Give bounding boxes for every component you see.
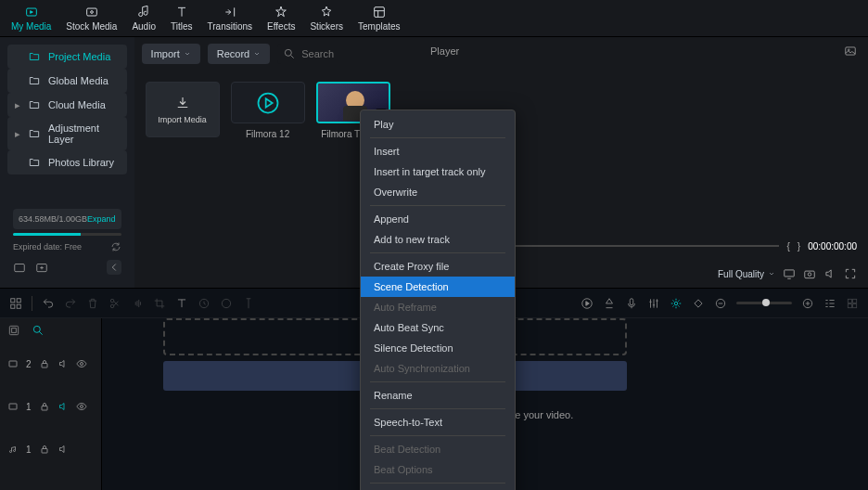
record-button[interactable]: Record bbox=[208, 44, 270, 64]
brace-left[interactable]: { bbox=[786, 241, 789, 251]
sidebar-item-project-media[interactable]: Project Media bbox=[7, 45, 127, 69]
nav-effects[interactable]: Effects bbox=[267, 5, 295, 32]
track-head-0[interactable]: 2 bbox=[0, 342, 101, 385]
volume-icon[interactable] bbox=[823, 267, 836, 280]
svg-point-41 bbox=[80, 406, 83, 408]
video-track-icon bbox=[7, 401, 19, 412]
sidebar-item-adjustment-layer[interactable]: ▸Adjustment Layer bbox=[7, 117, 127, 150]
fullscreen-icon[interactable] bbox=[844, 267, 857, 280]
sidebar-item-global-media[interactable]: Global Media bbox=[7, 69, 127, 93]
text-icon[interactable] bbox=[175, 297, 188, 310]
ctx-overwrite[interactable]: Overwrite bbox=[361, 182, 515, 202]
timeline-mode-2-icon[interactable] bbox=[32, 324, 45, 337]
zoom-in-icon[interactable] bbox=[801, 297, 814, 310]
nav-media[interactable]: My Media bbox=[11, 5, 51, 32]
refresh-icon[interactable] bbox=[110, 241, 121, 252]
svg-rect-19 bbox=[17, 304, 20, 308]
ctx-auto-beat-sync[interactable]: Auto Beat Sync bbox=[361, 317, 515, 338]
mixer-icon[interactable] bbox=[647, 297, 660, 310]
track-head-1[interactable]: 1 bbox=[0, 385, 101, 428]
ctx-upload-to-filmora-workspace[interactable]: Upload to Filmora Workspace bbox=[361, 486, 515, 490]
nav-audio[interactable]: Audio bbox=[132, 5, 156, 32]
ctx-insert[interactable]: Insert bbox=[361, 141, 515, 161]
storage-info: 634.58MB/1.00GB Expand bbox=[13, 209, 121, 229]
mute-icon[interactable] bbox=[57, 358, 69, 369]
mute-icon[interactable] bbox=[57, 401, 69, 412]
timecode: 00:00:00:00 bbox=[808, 241, 857, 251]
svg-point-2 bbox=[91, 11, 94, 14]
nav-transitions[interactable]: Transitions bbox=[208, 5, 253, 32]
svg-point-26 bbox=[674, 302, 678, 305]
ctx-append[interactable]: Append bbox=[361, 209, 515, 229]
zoom-out-icon[interactable] bbox=[714, 297, 727, 310]
ctx-speech-to-text[interactable]: Speech-to-Text bbox=[361, 412, 515, 432]
sidebar-item-cloud-media[interactable]: ▸Cloud Media bbox=[7, 93, 127, 117]
lock-icon[interactable] bbox=[39, 358, 50, 369]
nav-stock[interactable]: Stock Media bbox=[66, 5, 117, 32]
eye-icon[interactable] bbox=[76, 358, 87, 369]
marker-icon[interactable] bbox=[242, 297, 255, 310]
ctx-rename[interactable]: Rename bbox=[361, 385, 515, 406]
snapshot-icon[interactable] bbox=[803, 267, 816, 280]
grid-view-icon[interactable] bbox=[846, 297, 859, 310]
brace-right[interactable]: } bbox=[798, 241, 800, 251]
music-icon bbox=[7, 444, 19, 455]
track-head-2[interactable]: 1 bbox=[0, 428, 101, 471]
expired-text: Expired date: Free bbox=[13, 242, 82, 251]
toolbox-icon[interactable] bbox=[9, 297, 22, 310]
thumb-1[interactable]: Filmora 12 bbox=[231, 82, 305, 139]
mark-in-icon[interactable] bbox=[603, 297, 616, 310]
new-folder-icon[interactable] bbox=[13, 261, 26, 274]
svg-rect-32 bbox=[848, 303, 851, 307]
folder-icon bbox=[28, 74, 41, 87]
ctx-add-to-new-track[interactable]: Add to new track bbox=[361, 229, 515, 250]
ctx-silence-detection[interactable]: Silence Detection bbox=[361, 338, 515, 358]
keyframe-icon[interactable] bbox=[692, 297, 705, 310]
add-folder-icon[interactable] bbox=[35, 261, 48, 274]
search-icon bbox=[283, 47, 296, 60]
ctx-scene-detection[interactable]: Scene Detection bbox=[361, 277, 515, 297]
ctx-play[interactable]: Play bbox=[361, 114, 515, 135]
nav-stickers[interactable]: Stickers bbox=[310, 5, 343, 32]
voice-icon[interactable] bbox=[625, 297, 638, 310]
split-icon[interactable] bbox=[108, 297, 121, 310]
search-input[interactable] bbox=[301, 48, 429, 59]
zoom-slider[interactable] bbox=[736, 302, 792, 304]
list-view-icon[interactable] bbox=[823, 297, 836, 310]
audio-icon[interactable] bbox=[131, 297, 144, 310]
ctx-beat-detection: Beat Detection bbox=[361, 439, 515, 459]
color-icon[interactable] bbox=[220, 297, 233, 310]
folder-icon bbox=[28, 156, 41, 169]
sidebar-item-photos-library[interactable]: Photos Library bbox=[7, 150, 127, 174]
undo-icon[interactable] bbox=[42, 297, 55, 310]
auto-icon[interactable] bbox=[670, 297, 683, 310]
quality-select[interactable]: Full Quality bbox=[718, 269, 775, 279]
svg-point-21 bbox=[110, 304, 114, 308]
lock-icon[interactable] bbox=[39, 444, 50, 455]
expand-link[interactable]: Expand bbox=[87, 214, 116, 224]
collapse-sidebar-button[interactable] bbox=[107, 260, 121, 275]
delete-icon[interactable] bbox=[86, 297, 99, 310]
svg-point-12 bbox=[848, 49, 849, 51]
ctx-insert-in-target-track-only[interactable]: Insert in target track only bbox=[361, 161, 515, 182]
redo-icon[interactable] bbox=[64, 297, 77, 310]
timeline-mode-1-icon[interactable] bbox=[7, 324, 20, 337]
import-button[interactable]: Import bbox=[142, 44, 200, 64]
top-nav: My MediaStock MediaAudioTitlesTransition… bbox=[0, 0, 868, 37]
svg-point-23 bbox=[222, 299, 230, 307]
picture-icon[interactable] bbox=[844, 45, 857, 58]
storage-text: 634.58MB/1.00GB bbox=[19, 214, 87, 224]
lock-icon[interactable] bbox=[39, 401, 50, 412]
svg-rect-36 bbox=[9, 361, 17, 367]
play-icon[interactable] bbox=[581, 297, 594, 310]
nav-titles[interactable]: Titles bbox=[171, 5, 193, 32]
speed-icon[interactable] bbox=[198, 297, 211, 310]
display-icon[interactable] bbox=[783, 267, 796, 280]
nav-templates[interactable]: Templates bbox=[358, 5, 401, 32]
eye-icon[interactable] bbox=[76, 401, 87, 412]
crop-icon[interactable] bbox=[153, 297, 166, 310]
thumb-0[interactable]: Import Media bbox=[146, 82, 220, 137]
svg-point-38 bbox=[80, 363, 83, 366]
ctx-create-proxy-file[interactable]: Create Proxy file bbox=[361, 256, 515, 277]
mute-icon[interactable] bbox=[57, 444, 69, 455]
